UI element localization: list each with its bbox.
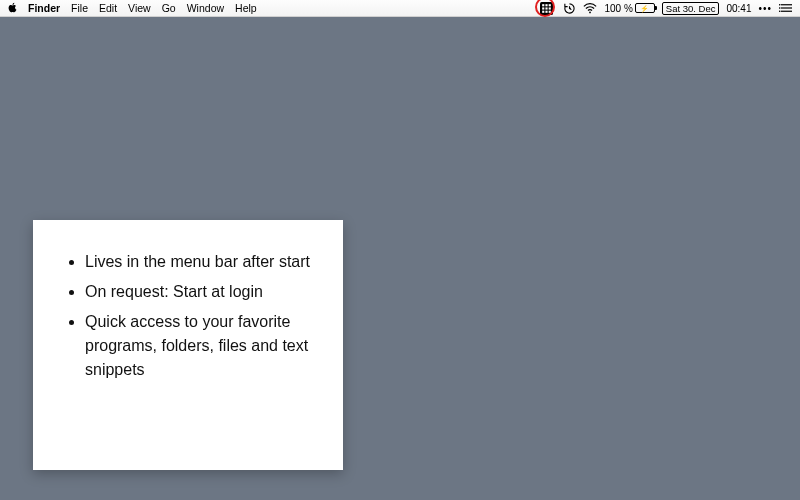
- menubar-date[interactable]: Sat 30. Dec: [662, 2, 720, 15]
- svg-rect-8: [545, 10, 547, 12]
- battery-status[interactable]: 100 % ⚡: [604, 3, 654, 14]
- overflow-icon[interactable]: •••: [758, 3, 772, 14]
- feature-item: Lives in the menu bar after start: [85, 250, 321, 274]
- svg-rect-4: [542, 7, 544, 9]
- svg-point-15: [779, 7, 780, 9]
- feature-item: Quick access to your favorite programs, …: [85, 310, 321, 382]
- svg-rect-5: [545, 7, 547, 9]
- menubar-time[interactable]: 00:41: [726, 3, 751, 14]
- menubar: Finder File Edit View Go Window Help: [0, 0, 800, 17]
- menu-window[interactable]: Window: [187, 2, 224, 14]
- svg-rect-3: [549, 4, 551, 6]
- svg-rect-9: [549, 10, 551, 12]
- menu-view[interactable]: View: [128, 2, 151, 14]
- menu-edit[interactable]: Edit: [99, 2, 117, 14]
- svg-point-16: [779, 10, 780, 12]
- wifi-icon[interactable]: [583, 3, 597, 14]
- menu-left: Finder File Edit View Go Window Help: [0, 2, 257, 15]
- svg-rect-2: [545, 4, 547, 6]
- battery-percent: 100 %: [604, 3, 632, 14]
- feature-item: On request: Start at login: [85, 280, 321, 304]
- info-card: Lives in the menu bar after start On req…: [33, 220, 343, 470]
- battery-icon: ⚡: [635, 3, 655, 13]
- apple-icon[interactable]: [8, 2, 17, 15]
- app-grid-menu-icon[interactable]: [536, 0, 556, 16]
- svg-point-14: [779, 4, 780, 6]
- svg-rect-7: [542, 10, 544, 12]
- menu-file[interactable]: File: [71, 2, 88, 14]
- svg-point-10: [590, 11, 592, 13]
- menu-help[interactable]: Help: [235, 2, 257, 14]
- app-name[interactable]: Finder: [28, 2, 60, 14]
- time-machine-icon[interactable]: [563, 2, 576, 15]
- svg-rect-6: [549, 7, 551, 9]
- svg-rect-1: [542, 4, 544, 6]
- notification-center-icon[interactable]: [779, 3, 792, 13]
- feature-list: Lives in the menu bar after start On req…: [67, 250, 321, 382]
- menu-go[interactable]: Go: [162, 2, 176, 14]
- menu-right: 100 % ⚡ Sat 30. Dec 00:41 •••: [536, 0, 800, 16]
